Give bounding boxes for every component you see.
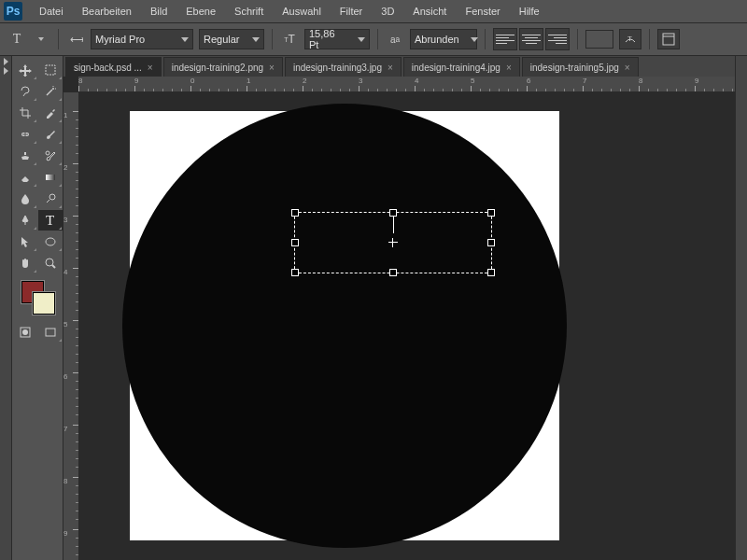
text-cursor (393, 217, 394, 233)
canvas[interactable] (79, 92, 735, 560)
resize-handle[interactable] (291, 209, 299, 217)
document-tab[interactable]: indesign-training3.jpg× (285, 57, 402, 77)
close-icon[interactable]: × (269, 63, 275, 73)
menu-file[interactable]: Datei (30, 2, 73, 21)
dodge-tool[interactable] (38, 189, 63, 209)
align-center-button[interactable] (519, 28, 543, 50)
document-tab[interactable]: indesign-training4.jpg× (403, 57, 520, 77)
resize-handle[interactable] (487, 209, 495, 217)
svg-rect-4 (46, 65, 55, 75)
warp-text-button[interactable]: T (619, 29, 641, 49)
vertical-ruler[interactable]: 123456789 (63, 92, 79, 560)
menu-filter[interactable]: Filter (331, 2, 372, 21)
resize-handle[interactable] (487, 239, 495, 246)
eraser-tool[interactable] (13, 167, 37, 188)
resize-handle[interactable] (487, 269, 495, 276)
svg-point-17 (46, 259, 53, 266)
close-icon[interactable]: × (506, 63, 512, 73)
font-size-dropdown[interactable]: 15,86 Pt (304, 29, 370, 49)
healing-brush-tool[interactable] (13, 124, 37, 145)
menu-3d[interactable]: 3D (372, 2, 403, 21)
anti-alias-dropdown[interactable]: Abrunden (410, 29, 477, 49)
text-bounding-box[interactable] (294, 212, 492, 273)
separator (58, 29, 59, 49)
screen-mode-button[interactable] (38, 322, 63, 343)
crop-tool[interactable] (13, 103, 37, 123)
menu-view[interactable]: Ansicht (403, 2, 456, 21)
lasso-tool[interactable] (13, 81, 37, 102)
blur-tool[interactable] (13, 189, 37, 209)
expand-icon (4, 67, 8, 75)
svg-rect-9 (21, 133, 29, 136)
align-left-button[interactable] (493, 28, 517, 50)
svg-point-14 (49, 194, 55, 200)
move-tool[interactable] (13, 60, 37, 80)
resize-handle[interactable] (291, 239, 299, 246)
svg-rect-21 (46, 329, 55, 336)
history-brush-tool[interactable] (38, 146, 63, 166)
tab-label: sign-back.psd ... (74, 63, 142, 73)
circle-shape (122, 104, 567, 548)
font-family-dropdown[interactable]: Myriad Pro (91, 29, 193, 49)
tab-label: indesign-training5.jpg (530, 63, 619, 73)
magic-wand-tool[interactable] (38, 81, 63, 102)
options-bar: T ⟷T Myriad Pro Regular TT 15,86 Pt aa A… (0, 23, 747, 56)
close-icon[interactable]: × (625, 63, 630, 73)
svg-text:T: T (627, 35, 632, 43)
quick-mask-button[interactable] (13, 322, 37, 343)
menu-help[interactable]: Hilfe (510, 2, 549, 21)
zoom-tool[interactable] (38, 253, 63, 273)
text-align-group (493, 28, 570, 50)
brush-tool[interactable] (38, 124, 63, 145)
center-point-icon (388, 238, 398, 247)
horizontal-ruler[interactable]: 890123456789 (78, 77, 735, 92)
resize-handle[interactable] (291, 269, 299, 276)
gradient-tool[interactable] (38, 167, 63, 188)
svg-point-16 (46, 238, 55, 245)
clone-stamp-tool[interactable] (13, 146, 37, 166)
menu-type[interactable]: Schrift (225, 2, 273, 21)
type-tool[interactable]: T (38, 210, 63, 231)
pen-tool[interactable] (13, 210, 37, 231)
anti-alias-value: Abrunden (415, 34, 459, 45)
document-tab[interactable]: indesign-training5.jpg× (522, 57, 639, 77)
svg-rect-19 (21, 328, 30, 337)
marquee-tool[interactable] (38, 60, 63, 80)
resize-handle[interactable] (389, 269, 397, 276)
svg-text:⟷T: ⟷T (70, 34, 83, 45)
text-color-swatch[interactable] (585, 30, 613, 49)
resize-handle[interactable] (389, 209, 397, 217)
separator (272, 29, 273, 49)
close-icon[interactable]: × (148, 63, 153, 73)
eyedropper-tool[interactable] (38, 103, 63, 123)
path-selection-tool[interactable] (13, 231, 37, 252)
document-tab[interactable]: indesign-training2.png× (163, 57, 283, 77)
left-panel-strip[interactable] (0, 56, 12, 560)
hand-tool[interactable] (13, 253, 37, 273)
font-family-value: Myriad Pro (95, 34, 145, 45)
menu-select[interactable]: Auswahl (273, 2, 331, 21)
separator (377, 29, 378, 49)
menu-window[interactable]: Fenster (456, 2, 509, 21)
document-tab[interactable]: sign-back.psd ...× (65, 57, 162, 77)
menu-image[interactable]: Bild (141, 2, 176, 21)
background-color-swatch[interactable] (33, 292, 55, 315)
align-right-button[interactable] (545, 28, 570, 50)
chevron-down-icon[interactable] (32, 30, 50, 49)
app-logo: Ps (4, 2, 22, 21)
text-orientation-icon[interactable]: ⟷T (66, 30, 85, 49)
menu-edit[interactable]: Bearbeiten (73, 2, 141, 21)
font-size-value: 15,86 Pt (309, 28, 346, 50)
chevron-down-icon (471, 37, 478, 42)
menu-layer[interactable]: Ebene (176, 2, 225, 21)
separator (577, 29, 578, 49)
close-icon[interactable]: × (388, 63, 393, 73)
workspace: sign-back.psd ...× indesign-training2.pn… (63, 56, 735, 560)
shape-tool[interactable] (38, 231, 63, 252)
character-panel-button[interactable] (657, 29, 680, 49)
type-tool-preset-icon[interactable]: T (7, 30, 26, 49)
document (130, 111, 559, 540)
font-style-dropdown[interactable]: Regular (199, 29, 264, 49)
separator (485, 29, 486, 49)
right-panel-strip[interactable] (735, 56, 747, 560)
